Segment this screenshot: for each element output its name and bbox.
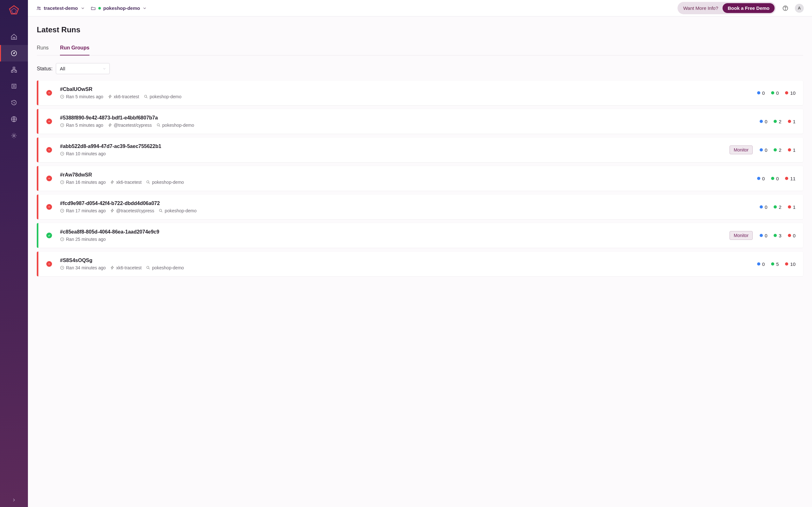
run-status bbox=[38, 251, 60, 276]
run-right: Monitor 0 3 0 bbox=[729, 223, 803, 248]
run-card[interactable]: #abb522d8-a994-47d7-ac39-5aec755622b1 Ra… bbox=[37, 137, 803, 162]
help-button[interactable] bbox=[781, 4, 789, 12]
sidebar-item-environments[interactable] bbox=[0, 111, 28, 127]
user-avatar[interactable]: A bbox=[795, 4, 804, 13]
run-id: #S8S4sOQSg bbox=[60, 258, 757, 263]
filter-label: Status: bbox=[37, 66, 53, 72]
run-meta: Ran 16 minutes agoxk6-tracetestpokeshop-… bbox=[60, 180, 757, 185]
cta-group: Want More Info? Book a Free Demo bbox=[677, 2, 776, 14]
sidebar-item-runs[interactable] bbox=[0, 45, 28, 61]
breadcrumb-org[interactable]: tracetest-demo bbox=[36, 5, 85, 11]
tab-run-groups[interactable]: Run Groups bbox=[60, 42, 89, 55]
count-pass: 2 bbox=[774, 119, 781, 124]
count-fail: 10 bbox=[785, 262, 796, 267]
run-meta: Ran 5 minutes ago@tracetest/cypresspokes… bbox=[60, 123, 760, 128]
svg-point-8 bbox=[38, 7, 39, 8]
run-body: #5388f890-9e42-4873-bdf1-e4bbf6807b7a Ra… bbox=[60, 109, 760, 134]
breadcrumb-project[interactable]: pokeshop-demo bbox=[91, 5, 147, 11]
run-status bbox=[38, 166, 60, 191]
cta-more-info[interactable]: Want More Info? bbox=[679, 3, 722, 13]
help-icon bbox=[782, 5, 789, 11]
minus-icon bbox=[46, 204, 52, 210]
chevron-down-icon bbox=[102, 67, 106, 71]
run-card[interactable]: #S8S4sOQSg Ran 34 minutes agoxk6-tracete… bbox=[37, 251, 803, 276]
run-time: Ran 5 minutes ago bbox=[60, 123, 103, 128]
count-pass: 0 bbox=[771, 176, 779, 181]
run-env: pokeshop-demo bbox=[156, 123, 194, 128]
run-card[interactable]: #CbalUOwSR Ran 5 minutes agoxk6-tracetes… bbox=[37, 80, 803, 105]
run-card[interactable]: #c85ea8f8-805d-4064-86ea-1aad2074e9c9 Ra… bbox=[37, 223, 803, 248]
run-time: Ran 5 minutes ago bbox=[60, 94, 103, 99]
main-area: tracetest-demo pokeshop-demo Want More I… bbox=[28, 0, 812, 507]
run-meta: Ran 17 minutes ago@tracetest/cypresspoke… bbox=[60, 208, 760, 213]
run-source: @tracetest/cypress bbox=[108, 123, 152, 128]
count-pass: 5 bbox=[771, 262, 779, 267]
book-demo-button[interactable]: Book a Free Demo bbox=[722, 3, 774, 13]
count-fail: 1 bbox=[788, 119, 796, 124]
run-counts: 0 2 1 bbox=[760, 205, 796, 210]
page-title: Latest Runs bbox=[37, 25, 803, 34]
bolt-icon bbox=[108, 95, 112, 99]
gear-icon bbox=[10, 132, 17, 139]
search-icon bbox=[146, 180, 150, 184]
run-id: #CbalUOwSR bbox=[60, 87, 757, 92]
count-fail: 1 bbox=[788, 205, 796, 210]
svg-point-9 bbox=[39, 7, 40, 8]
run-body: #CbalUOwSR Ran 5 minutes agoxk6-tracetes… bbox=[60, 80, 757, 105]
count-pending: 0 bbox=[760, 233, 767, 238]
count-fail: 10 bbox=[785, 90, 796, 96]
sidebar-expand-toggle[interactable] bbox=[0, 498, 28, 503]
count-fail: 1 bbox=[788, 147, 796, 153]
sidebar-item-home[interactable] bbox=[0, 29, 28, 45]
content-scroll[interactable]: Latest Runs RunsRun Groups Status: All #… bbox=[28, 16, 812, 507]
run-counts: 0 3 0 bbox=[760, 233, 796, 238]
tabs: RunsRun Groups bbox=[37, 42, 803, 55]
svg-point-15 bbox=[157, 124, 159, 126]
status-select-value: All bbox=[60, 66, 65, 71]
run-card[interactable]: #rAw78dwSR Ran 16 minutes agoxk6-tracete… bbox=[37, 166, 803, 191]
search-icon bbox=[144, 95, 148, 99]
run-right: 0 0 10 bbox=[757, 80, 803, 105]
run-source: xk6-tracetest bbox=[108, 94, 139, 99]
status-select[interactable]: All bbox=[56, 63, 110, 74]
sidebar-item-tests[interactable] bbox=[0, 61, 28, 78]
sidebar-item-settings[interactable] bbox=[0, 127, 28, 144]
count-pending: 0 bbox=[760, 147, 767, 153]
sidebar-item-suites[interactable] bbox=[0, 78, 28, 95]
bolt-icon bbox=[110, 209, 114, 213]
run-id: #c85ea8f8-805d-4064-86ea-1aad2074e9c9 bbox=[60, 229, 729, 235]
app-logo[interactable] bbox=[8, 4, 20, 17]
run-counts: 0 2 1 bbox=[760, 119, 796, 124]
clock-icon bbox=[60, 209, 64, 213]
run-source: xk6-tracetest bbox=[110, 180, 142, 185]
search-icon bbox=[146, 266, 150, 270]
clock-history-icon bbox=[10, 99, 17, 106]
minus-icon bbox=[46, 261, 52, 267]
run-time: Ran 34 minutes ago bbox=[60, 265, 106, 270]
run-card[interactable]: #5388f890-9e42-4873-bdf1-e4bbf6807b7a Ra… bbox=[37, 109, 803, 134]
project-status-dot bbox=[98, 7, 101, 9]
search-icon bbox=[159, 209, 163, 213]
tab-runs[interactable]: Runs bbox=[37, 42, 49, 55]
run-right: 0 2 1 bbox=[760, 194, 803, 219]
svg-point-20 bbox=[159, 209, 162, 211]
run-env: pokeshop-demo bbox=[144, 94, 182, 99]
run-body: #c85ea8f8-805d-4064-86ea-1aad2074e9c9 Ra… bbox=[60, 223, 729, 248]
count-fail: 11 bbox=[785, 176, 796, 181]
count-pass: 2 bbox=[774, 205, 781, 210]
run-badge: Monitor bbox=[729, 231, 753, 240]
run-list: #CbalUOwSR Ran 5 minutes agoxk6-tracetes… bbox=[37, 80, 803, 276]
run-badge: Monitor bbox=[729, 146, 753, 154]
breadcrumb-org-label: tracetest-demo bbox=[44, 5, 78, 11]
run-status bbox=[38, 137, 60, 162]
count-pass: 0 bbox=[771, 90, 779, 96]
check-icon bbox=[46, 233, 52, 238]
chevron-down-icon bbox=[142, 6, 147, 10]
org-icon bbox=[36, 6, 41, 11]
run-card[interactable]: #fcd9e987-d054-42f4-b722-dbdd4d06a072 Ra… bbox=[37, 194, 803, 219]
clock-icon bbox=[60, 123, 64, 127]
sidebar-item-history[interactable] bbox=[0, 95, 28, 111]
clock-icon bbox=[60, 95, 64, 99]
clock-icon bbox=[60, 152, 64, 156]
svg-rect-2 bbox=[13, 67, 15, 69]
